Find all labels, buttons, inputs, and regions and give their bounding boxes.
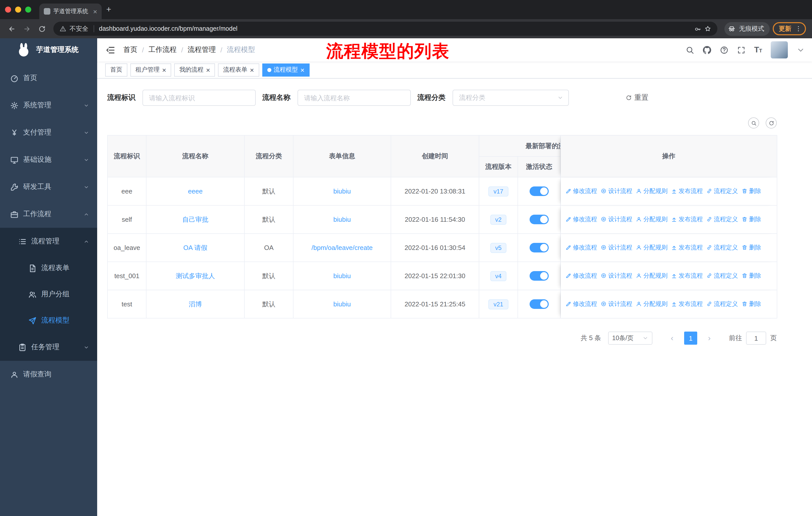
action-definition[interactable]: 流程定义 <box>706 300 738 308</box>
process-key-input[interactable] <box>142 90 256 106</box>
font-size-icon[interactable]: TT <box>754 46 762 54</box>
action-deploy[interactable]: 发布流程 <box>671 243 703 252</box>
active-status-toggle[interactable] <box>529 215 549 224</box>
tag-close-icon[interactable]: × <box>162 66 166 73</box>
toggle-search-button[interactable] <box>748 117 759 129</box>
tag-close-icon[interactable]: × <box>250 66 254 73</box>
github-icon[interactable] <box>703 46 711 54</box>
browser-tab[interactable]: 芋道管理系统 × <box>39 3 102 19</box>
action-assign-rule[interactable]: 分配规则 <box>636 243 668 252</box>
sidebar-item-user-group[interactable]: 用户分组 <box>0 281 97 307</box>
action-modify[interactable]: 修改流程 <box>565 243 597 252</box>
import-process-button[interactable]: 导入流程 <box>164 116 216 130</box>
action-modify[interactable]: 修改流程 <box>565 215 597 224</box>
sidebar-item-devtools[interactable]: 研发工具 <box>0 173 97 200</box>
search-button[interactable]: 搜索 <box>575 90 613 106</box>
action-modify[interactable]: 修改流程 <box>565 300 597 308</box>
process-name-link[interactable]: eeee <box>188 187 203 195</box>
sidebar-item-task-mgmt[interactable]: 任务管理 <box>0 333 97 361</box>
collapse-sidebar-button[interactable] <box>104 44 116 56</box>
tag-close-icon[interactable]: × <box>206 66 210 73</box>
sidebar-item-system[interactable]: 系统管理 <box>0 92 97 119</box>
prev-page-button[interactable]: ‹ <box>666 332 678 345</box>
action-definition[interactable]: 流程定义 <box>706 243 738 252</box>
tab-tag[interactable]: 租户管理× <box>130 63 171 76</box>
address-bar[interactable]: 不安全 dashboard.yudao.iocoder.cn/bpm/manag… <box>53 22 717 36</box>
tab-tag[interactable]: 流程模型× <box>262 63 309 76</box>
action-assign-rule[interactable]: 分配规则 <box>636 300 668 308</box>
form-info-link[interactable]: /bpm/oa/leave/create <box>312 244 373 251</box>
sidebar-item-process-model[interactable]: 流程模型 <box>0 307 97 333</box>
browser-update-button[interactable]: 更新 <box>773 22 806 35</box>
zoom-window-button[interactable] <box>25 6 31 12</box>
category-select[interactable]: 流程分类 <box>453 90 569 106</box>
global-search-icon[interactable] <box>686 46 694 54</box>
active-status-toggle[interactable] <box>529 186 549 196</box>
active-status-toggle[interactable] <box>529 271 549 281</box>
tab-tag[interactable]: 流程表单× <box>218 63 259 76</box>
action-definition[interactable]: 流程定义 <box>706 215 738 224</box>
sidebar-item-home[interactable]: 首页 <box>0 64 97 92</box>
action-design[interactable]: 设计流程 <box>601 215 632 224</box>
sidebar-item-workflow[interactable]: 工作流程 <box>0 200 97 228</box>
next-page-button[interactable]: › <box>703 332 716 345</box>
reset-button[interactable]: 重置 <box>619 90 656 106</box>
browser-menu-icon[interactable] <box>795 25 802 32</box>
action-deploy[interactable]: 发布流程 <box>671 300 703 308</box>
sidebar-item-leave-query[interactable]: 请假查询 <box>0 361 97 388</box>
avatar-caret-icon[interactable] <box>796 46 805 54</box>
active-status-toggle[interactable] <box>529 243 549 252</box>
action-delete[interactable]: 删除 <box>742 187 761 195</box>
active-status-toggle[interactable] <box>529 299 549 309</box>
action-modify[interactable]: 修改流程 <box>565 272 597 280</box>
goto-page-input[interactable] <box>746 332 766 345</box>
tab-close-icon[interactable]: × <box>93 8 97 15</box>
process-name-link[interactable]: OA 请假 <box>183 244 207 251</box>
sidebar-item-process-mgmt[interactable]: 流程管理 <box>0 228 97 255</box>
refresh-table-button[interactable] <box>766 117 777 129</box>
forward-button[interactable] <box>19 21 34 36</box>
action-design[interactable]: 设计流程 <box>601 300 632 308</box>
user-avatar[interactable] <box>771 41 788 58</box>
action-delete[interactable]: 删除 <box>742 215 761 224</box>
sidebar-item-payment[interactable]: 支付管理 <box>0 119 97 146</box>
form-info-link[interactable]: biubiu <box>333 187 351 195</box>
action-assign-rule[interactable]: 分配规则 <box>636 187 668 195</box>
process-name-link[interactable]: 滔博 <box>189 300 202 308</box>
action-assign-rule[interactable]: 分配规则 <box>636 215 668 224</box>
breadcrumb-item[interactable]: 流程管理 <box>188 45 216 54</box>
app-logo[interactable]: 芋道管理系统 <box>0 38 97 61</box>
sidebar-item-infrastructure[interactable]: 基础设施 <box>0 146 97 173</box>
page-size-select[interactable]: 10条/页 <box>608 332 652 345</box>
form-info-link[interactable]: biubiu <box>333 272 351 280</box>
process-name-link[interactable]: 自己审批 <box>182 215 208 223</box>
tab-tag[interactable]: 我的流程× <box>174 63 215 76</box>
action-definition[interactable]: 流程定义 <box>706 272 738 280</box>
action-delete[interactable]: 删除 <box>742 300 761 308</box>
password-key-icon[interactable] <box>694 25 701 32</box>
tab-tag[interactable]: 首页 <box>105 63 127 76</box>
minimize-window-button[interactable] <box>15 6 21 12</box>
action-modify[interactable]: 修改流程 <box>565 187 597 195</box>
process-name-link[interactable]: 测试多审批人 <box>176 272 215 279</box>
close-window-button[interactable] <box>5 6 11 12</box>
page-number-current[interactable]: 1 <box>684 332 697 345</box>
tag-close-icon[interactable]: × <box>300 66 304 73</box>
breadcrumb-item[interactable]: 工作流程 <box>148 45 177 54</box>
back-button[interactable] <box>4 21 19 36</box>
breadcrumb-item[interactable]: 首页 <box>123 45 138 54</box>
help-icon[interactable] <box>720 46 728 54</box>
action-delete[interactable]: 删除 <box>742 272 761 280</box>
breadcrumb-item[interactable]: 流程模型 <box>227 45 255 54</box>
bookmark-star-icon[interactable] <box>704 25 711 32</box>
action-deploy[interactable]: 发布流程 <box>671 187 703 195</box>
action-delete[interactable]: 删除 <box>742 243 761 252</box>
action-design[interactable]: 设计流程 <box>601 272 632 280</box>
action-deploy[interactable]: 发布流程 <box>671 215 703 224</box>
form-info-link[interactable]: biubiu <box>333 216 351 223</box>
action-definition[interactable]: 流程定义 <box>706 187 738 195</box>
action-assign-rule[interactable]: 分配规则 <box>636 272 668 280</box>
form-info-link[interactable]: biubiu <box>333 300 351 308</box>
action-deploy[interactable]: 发布流程 <box>671 272 703 280</box>
fullscreen-icon[interactable] <box>737 46 746 54</box>
